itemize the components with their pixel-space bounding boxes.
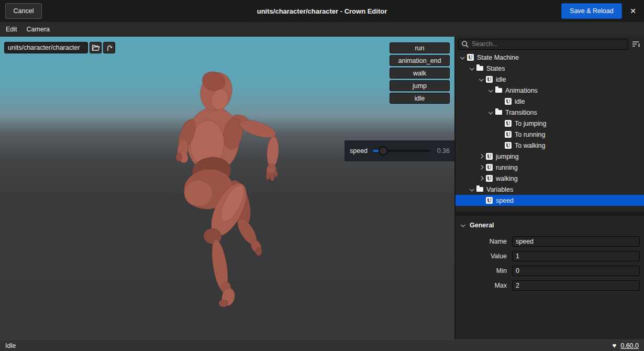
tree-item-animations[interactable]: Animations <box>456 85 644 96</box>
chevron-right-icon[interactable] <box>479 176 483 180</box>
speed-slider-label: speed <box>350 147 368 155</box>
unit-icon: U <box>486 164 493 171</box>
speed-slider-value: 0.36 <box>437 147 450 155</box>
property-row-name: Name <box>456 234 644 249</box>
tree-item-label: Transitions <box>505 109 537 116</box>
status-text: Idle <box>5 342 16 349</box>
search-box[interactable] <box>458 39 628 50</box>
unit-icon: U <box>505 120 512 127</box>
event-button-walk[interactable]: walk <box>390 68 450 79</box>
menu-bar: Edit Camera <box>0 22 644 37</box>
menu-edit[interactable]: Edit <box>1 22 22 37</box>
tree-item-label: Variables <box>486 186 513 193</box>
sort-icon <box>632 40 641 48</box>
viewport-3d[interactable]: runanimation_endwalkjumpidle speed 0.36 <box>0 37 456 339</box>
chevron-down-icon[interactable] <box>460 55 464 59</box>
tree-item-idle[interactable]: Uidle <box>456 74 644 85</box>
tree-item-idle[interactable]: Uidle <box>456 96 644 107</box>
unit-icon: U <box>505 142 512 149</box>
search-icon <box>461 40 469 48</box>
properties-header[interactable]: General <box>456 221 644 230</box>
tree-item-to-jumping[interactable]: UTo jumping <box>456 118 644 129</box>
tree-item-speed[interactable]: Uspeed <box>456 195 644 206</box>
tree-item-states[interactable]: States <box>456 63 644 74</box>
unit-icon: U <box>486 153 493 160</box>
asset-bar <box>4 42 115 53</box>
property-input-max[interactable] <box>512 280 640 291</box>
reload-resource-button[interactable] <box>103 42 115 53</box>
property-input-name[interactable] <box>512 236 640 247</box>
unit-icon: U <box>486 76 493 83</box>
unit-icon: U <box>486 175 493 182</box>
heart-icon[interactable]: ♥ <box>613 342 617 349</box>
event-button-jump[interactable]: jump <box>390 80 450 91</box>
event-button-run[interactable]: run <box>390 42 450 53</box>
tree-item-label: idle <box>515 98 525 105</box>
tree-item-label: running <box>496 164 518 171</box>
tree-item-label: To walking <box>515 142 545 149</box>
cancel-button[interactable]: Cancel <box>5 3 42 19</box>
menu-camera[interactable]: Camera <box>22 22 54 37</box>
properties-panel: General NameValueMinMax <box>456 216 644 339</box>
character-mannequin <box>0 37 454 339</box>
close-icon: ✕ <box>630 7 636 15</box>
slider-knob[interactable] <box>379 146 388 156</box>
tree-item-label: To jumping <box>515 120 546 127</box>
window-title: units/character/character - Crown Editor <box>0 7 644 15</box>
folder-icon <box>495 110 502 115</box>
speed-slider-panel: speed 0.36 <box>345 140 454 161</box>
tree-item-label: Animations <box>505 87 538 94</box>
tree-item-state-machine[interactable]: UState Machine <box>456 52 644 63</box>
tree-item-transitions[interactable]: Transitions <box>456 107 644 118</box>
tree-item-label: State Machine <box>477 54 519 61</box>
tree-item-label: walking <box>496 175 518 182</box>
search-row <box>456 37 644 51</box>
sort-button[interactable] <box>630 39 642 50</box>
tree-item-to-walking[interactable]: UTo walking <box>456 140 644 151</box>
chevron-down-icon[interactable] <box>488 88 493 92</box>
folder-icon <box>495 88 502 93</box>
tree-item-jumping[interactable]: Ujumping <box>456 151 644 162</box>
chevron-down-icon[interactable] <box>470 66 474 70</box>
property-fields: NameValueMinMax <box>456 234 644 293</box>
chevron-right-icon[interactable] <box>479 154 483 158</box>
property-label-name: Name <box>456 238 512 245</box>
chevron-down-icon[interactable] <box>479 77 483 81</box>
event-buttons: runanimation_endwalkjumpidle <box>390 42 450 104</box>
event-button-animation-end[interactable]: animation_end <box>390 55 450 66</box>
save-reload-button[interactable]: Save & Reload <box>561 3 622 19</box>
property-input-value[interactable] <box>512 251 640 261</box>
chevron-right-icon[interactable] <box>479 165 483 169</box>
tree-item-running[interactable]: Urunning <box>456 162 644 173</box>
tree-item-label: speed <box>496 197 514 204</box>
tree-item-variables[interactable]: Variables <box>456 184 644 195</box>
open-folder-button[interactable] <box>90 42 102 53</box>
event-button-idle[interactable]: idle <box>390 93 450 104</box>
speed-slider[interactable] <box>373 146 429 156</box>
tree-item-label: idle <box>496 76 506 83</box>
property-label-value: Value <box>456 253 512 260</box>
chevron-down-icon <box>461 223 465 227</box>
tree-item-walking[interactable]: Uwalking <box>456 173 644 184</box>
folder-icon <box>476 66 483 71</box>
state-machine-tree: UState MachineStatesUidleAnimationsUidle… <box>456 51 644 212</box>
search-input[interactable] <box>472 40 625 48</box>
property-label-max: Max <box>456 282 512 289</box>
property-input-min[interactable] <box>512 266 640 276</box>
chevron-down-icon[interactable] <box>488 110 493 114</box>
close-button[interactable]: ✕ <box>622 3 644 19</box>
folder-icon <box>476 187 483 192</box>
reload-icon <box>105 43 114 52</box>
tree-item-label: States <box>486 65 505 72</box>
property-label-min: Min <box>456 267 512 275</box>
chevron-down-icon[interactable] <box>470 187 474 191</box>
unit-icon: U <box>505 131 512 138</box>
properties-section-title: General <box>470 222 494 229</box>
property-row-min: Min <box>456 264 644 278</box>
property-row-max: Max <box>456 278 644 293</box>
asset-path-field[interactable] <box>4 42 88 53</box>
tree-item-to-running[interactable]: UTo running <box>456 129 644 140</box>
unit-icon: U <box>486 197 493 204</box>
version-link[interactable]: 0.60.0 <box>620 342 639 349</box>
property-row-value: Value <box>456 249 644 264</box>
